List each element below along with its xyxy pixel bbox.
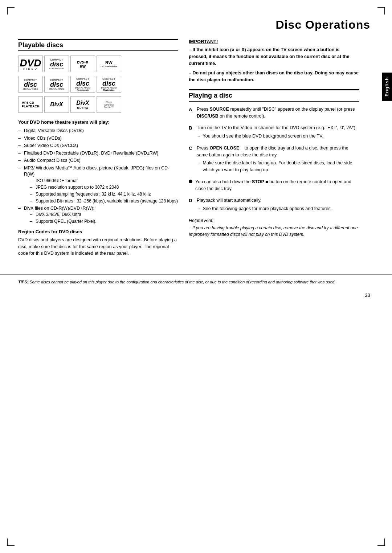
source-bold: SOURCE: [209, 107, 229, 112]
helpful-hint-box: Helpful Hint: – If you are having troubl…: [189, 218, 359, 238]
step-d: D Playback will start automatically. → S…: [189, 197, 359, 212]
step-stop-bullet: You can also hold down the STOP ■ button…: [189, 179, 359, 192]
dvd-sub: VIDEO: [23, 67, 38, 70]
rw-text-2: RW: [105, 60, 113, 65]
step-content-a: Press SOURCE repeatedly until "DISC" app…: [197, 106, 359, 120]
disc-logos-area: DVD VIDEO COMPACT disc SUPER VIDEO DVD+R…: [18, 56, 178, 114]
recordable-label: Recordable: [77, 89, 89, 91]
step-b-arrow: → You should see the blue DVD background…: [197, 133, 359, 140]
section-header-playable: Playable discs: [18, 39, 178, 51]
step-d-arrow-text: See the following pages for more playbac…: [203, 205, 332, 212]
your-dvd-label: Your DVD home theatre system will play:: [18, 119, 178, 125]
step-content-b: Turn on the TV to the Video In channel f…: [197, 124, 359, 140]
step-letter-a: A: [189, 106, 194, 120]
footer-tips: TIPS: Some discs cannot be played on thi…: [18, 279, 374, 285]
playable-item-6: MP3/ Windows Media™ Audio discs, picture…: [18, 165, 178, 204]
disc-big-2: disc: [24, 81, 37, 88]
divx-sub-list: DivX 3/4/5/6, DivX Ultra Supports QPEL (…: [30, 212, 178, 225]
playable-item-1: Digital Versatile Discs (DVDs): [18, 128, 178, 134]
disc-big-4: disc: [76, 80, 89, 87]
corner-mark-br: [377, 538, 385, 546]
left-column: Playable discs DVD VIDEO COMPACT disc SU…: [18, 39, 178, 260]
logo-cd-rewritable: COMPACT disc DIGITAL AUDIO ReWritable: [97, 76, 121, 93]
cd-sub-item-4: Supported Bit-rates : 32~256 (kbps), var…: [30, 198, 178, 204]
step-c-arrow-text: Make sure the disc label is facing up. F…: [203, 160, 360, 173]
important-box: IMPORTANT! – If the inhibit icon (ø or X…: [189, 39, 359, 83]
playable-item-3: Super Video CDs (SVCDs): [18, 143, 178, 149]
step-letter-b: B: [189, 124, 194, 140]
arrow-icon-b: →: [197, 133, 201, 140]
corner-mark-bl: [7, 538, 15, 546]
rewritable-label: ReWritable: [103, 89, 114, 91]
page-title: Disc Operations: [0, 15, 392, 39]
rw-label-2: DVD+ReWritable: [101, 65, 117, 67]
cd-sub-list: ISO 9660/UDF format JPEG resolution supp…: [30, 178, 178, 204]
rw-label-1: RW: [80, 65, 86, 69]
sidebar-language-tab: English: [382, 73, 392, 101]
mp3-text: MP3-CDPLAYBACK: [21, 101, 39, 108]
content-wrapper: Playable discs DVD VIDEO COMPACT disc SU…: [0, 39, 392, 260]
logo-cd-super-video: COMPACT disc SUPER VIDEO: [44, 56, 69, 72]
logos-row-1: DVD VIDEO COMPACT disc SUPER VIDEO DVD+R…: [18, 56, 121, 72]
step-d-arrow: → See the following pages for more playb…: [197, 205, 359, 212]
playable-item-4: Finalised DVD+Recordable (DVD±R), DVD+Re…: [18, 150, 178, 157]
step-letter-d: D: [189, 197, 194, 212]
step-letter-c: C: [189, 145, 194, 173]
divx-sub-2: Supports QPEL (Quarter Pixel).: [30, 218, 178, 225]
logos-row-2: COMPACT disc DIGITAL VIDEO COMPACT disc …: [18, 76, 121, 93]
step-content-stop: You can also hold down the STOP ■ button…: [195, 179, 359, 192]
step-content-c: Press OPEN CLOSE to open the disc tray a…: [197, 145, 359, 173]
divx-text-2: DivX: [76, 100, 89, 106]
step-b: B Turn on the TV to the Video In channel…: [189, 124, 359, 140]
dvd-text: DVD: [20, 58, 41, 68]
discusb-bold: DISC/USB: [197, 114, 219, 119]
divx-ultra-label: ULTRA: [77, 106, 89, 110]
logo-divx: DivX: [44, 96, 69, 113]
right-column: IMPORTANT! – If the inhibit icon (ø or X…: [189, 39, 374, 260]
logo-mp3-cd: MP3-CDPLAYBACK: [18, 96, 43, 113]
logo-cd-digital-video: COMPACT disc DIGITAL VIDEO: [18, 76, 43, 93]
step-c: C Press OPEN CLOSE to open the disc tray…: [189, 145, 359, 173]
region-text: DVD discs and players are designed with …: [18, 237, 178, 257]
step-content-d: Playback will start automatically. → See…: [197, 197, 359, 212]
logo-dvd-plus-r: DVD+R RW: [70, 56, 95, 72]
page-footer: TIPS: Some discs cannot be played on thi…: [0, 274, 392, 290]
disc-bottom-1: SUPER VIDEO: [49, 67, 64, 70]
corner-mark-tl: [7, 7, 15, 15]
playable-list: Digital Versatile Discs (DVDs) Video CDs…: [18, 128, 178, 225]
stop-bold: STOP ■: [252, 179, 268, 184]
playable-item-divx: DivX files on CD-R(W)/DVD+R(W): DivX 3/4…: [18, 205, 178, 225]
page-container: English Disc Operations Playable discs D…: [0, 0, 392, 553]
cd-sub-item-2: JPEG resolution support up to 3072 x 204…: [30, 184, 178, 191]
corner-mark-tr: [377, 7, 385, 15]
step-b-arrow-text: You should see the blue DVD background s…: [203, 133, 323, 140]
logo-dvd-video: DVD VIDEO: [18, 56, 43, 72]
logo-divx-ultra: DivX ULTRA: [70, 96, 95, 113]
logos-row-3: MP3-CDPLAYBACK DivX DivX ULTRA PlaysWind…: [18, 96, 121, 113]
rw-text-1: DVD+R: [77, 60, 89, 65]
logo-cd-digital-audio: COMPACT disc DIGITAL AUDIO: [44, 76, 69, 93]
disc-big-3: disc: [50, 81, 63, 88]
windows-media-text: PlaysWindowsMedia™: [104, 101, 114, 108]
open-close-bold: OPEN CLOSE: [209, 146, 239, 151]
cd-sub-item-3: Supported sampling frequencies : 32 kHz,…: [30, 191, 178, 197]
important-text-1: – If the inhibit icon (ø or X) appears o…: [189, 46, 359, 67]
disc-big-5: disc: [102, 80, 115, 87]
arrow-icon-d: →: [197, 205, 201, 212]
important-label: IMPORTANT!: [189, 39, 359, 44]
logo-windows-media: PlaysWindowsMedia™: [97, 96, 121, 113]
tips-bold-label: TIPS:: [18, 280, 28, 284]
footer-tips-text: Some discs cannot be played on this play…: [29, 280, 335, 284]
divx-text-1: DivX: [50, 101, 63, 108]
divx-sub-1: DivX 3/4/5/6, DivX Ultra: [30, 212, 178, 218]
important-text-2: – Do not put any objects other than disc…: [189, 70, 359, 83]
section-header-playing: Playing a disc: [189, 89, 359, 102]
disc-bottom-2: DIGITAL VIDEO: [23, 88, 38, 90]
playable-item-2: Video CDs (VCDs): [18, 135, 178, 142]
logo-cd-recordable: COMPACT disc DIGITAL AUDIO Recordable: [70, 76, 95, 93]
helpful-hint-title: Helpful Hint:: [189, 218, 359, 223]
disc-bottom-3: DIGITAL AUDIO: [49, 88, 64, 90]
arrow-icon-c: →: [197, 160, 201, 173]
disc-big-1: disc: [50, 61, 63, 67]
cd-sub-item-1: ISO 9660/UDF format: [30, 178, 178, 184]
